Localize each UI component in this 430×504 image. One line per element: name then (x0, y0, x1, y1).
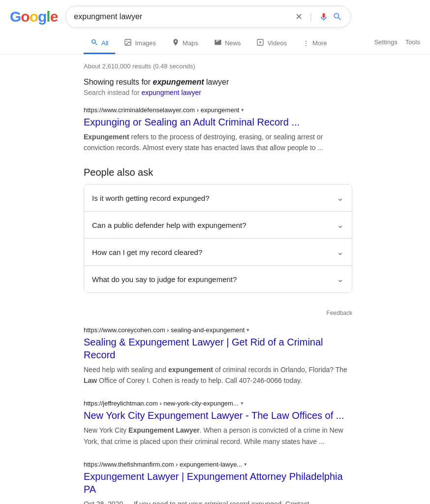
feedback-link[interactable]: Feedback (326, 310, 352, 316)
paa-question-text-1: Is it worth getting record expunged? (92, 194, 209, 202)
logo-e: e (50, 8, 58, 25)
maps-icon (172, 38, 180, 48)
corrected-bold: expungement (153, 78, 204, 86)
corrected-rest: lawyer (204, 78, 229, 86)
showing-prefix: Showing results for (84, 78, 153, 86)
all-icon (91, 38, 98, 48)
paa-question-text-2: Can a public defender help with expungem… (92, 221, 246, 229)
tab-more-label: More (312, 39, 327, 47)
tab-maps-label: Maps (183, 39, 198, 47)
result-url-3: https://jeffreylichtman.com › new-york-c… (84, 400, 352, 407)
result-url-dropdown-4[interactable]: ▾ (244, 461, 247, 468)
feedback-row: Feedback (84, 307, 352, 326)
clear-icon[interactable]: ✕ (295, 11, 303, 22)
snippet-text-4a: Oct 28, 2020 — If you need to get your c… (84, 500, 309, 504)
tab-all[interactable]: All (84, 33, 115, 54)
paa-chevron-2: ⌄ (337, 220, 344, 230)
tab-all-label: All (101, 39, 108, 47)
result-snippet-3: New York City Expungement Lawyer. When a… (84, 425, 352, 446)
result-item-1: https://www.criminaldefenselawyer.com › … (84, 106, 352, 153)
result-item-4: https://www.thefishmanfirm.com › expunge… (84, 461, 352, 504)
result-item-3: https://jeffreylichtman.com › new-york-c… (84, 400, 352, 446)
result-url-dropdown-2[interactable]: ▾ (246, 327, 249, 333)
svg-marker-3 (260, 41, 262, 43)
news-icon (214, 38, 222, 48)
snippet-bold-1: Expungement (84, 133, 129, 141)
paa-question-text-4: What do you say to judge for expungement… (92, 275, 237, 284)
result-item-2: https://www.coreycohen.com › sealing-and… (84, 326, 352, 386)
nav-settings: Settings Tools (374, 38, 430, 50)
paa-title: People also ask (84, 167, 352, 178)
svg-point-1 (126, 41, 127, 42)
people-also-ask: People also ask Is it worth getting reco… (84, 167, 352, 293)
snippet-text-2b: of criminal records in Orlando, Florida?… (213, 366, 347, 374)
paa-questions-container: Is it worth getting record expunged? ⌄ C… (84, 184, 352, 293)
paa-question-3[interactable]: How can I get my record cleared? ⌄ (84, 239, 352, 266)
google-logo: Google (10, 8, 58, 25)
result-url-2: https://www.coreycohen.com › sealing-and… (84, 326, 352, 334)
paa-question-2[interactable]: Can a public defender help with expungem… (84, 212, 352, 239)
snippet-text-2c: Office of Corey I. Cohen is ready to hel… (97, 377, 302, 384)
search-icon[interactable] (333, 12, 342, 22)
search-input[interactable] (74, 12, 291, 21)
paa-question-1[interactable]: Is it worth getting record expunged? ⌄ (84, 185, 352, 212)
tab-more[interactable]: ⋮ More (296, 34, 334, 54)
showing-results: Showing results for expungement lawyer (84, 78, 352, 87)
result-url-dropdown-3[interactable]: ▾ (241, 400, 244, 407)
paa-chevron-3: ⌄ (337, 247, 344, 257)
header: Google ✕ | (0, 0, 430, 28)
result-snippet-4: Oct 28, 2020 — If you need to get your c… (84, 499, 352, 504)
search-instead: Search instead for expungment lawyer (84, 89, 352, 96)
result-url-1: https://www.criminaldefenselawyer.com › … (84, 106, 352, 114)
videos-icon (256, 38, 264, 48)
main-content: About 2,610,000 results (0.48 seconds) S… (0, 55, 364, 504)
tab-news[interactable]: News (207, 33, 248, 54)
images-icon (124, 38, 132, 48)
tab-videos[interactable]: Videos (249, 33, 294, 54)
result-url-text-3: https://jeffreylichtman.com › new-york-c… (84, 400, 239, 407)
result-url-text-2: https://www.coreycohen.com › sealing-and… (84, 326, 245, 334)
result-url-text-4: https://www.thefishmanfirm.com › expunge… (84, 461, 242, 468)
instead-prefix: Search instead for (84, 89, 142, 96)
logo-o1: o (21, 8, 29, 25)
result-url-text-1: https://www.criminaldefenselawyer.com › … (84, 106, 239, 114)
logo-o2: o (30, 8, 38, 25)
result-url-4: https://www.thefishmanfirm.com › expunge… (84, 461, 352, 468)
logo-g2: g (38, 8, 46, 25)
more-icon: ⋮ (303, 39, 309, 47)
results-info: About 2,610,000 results (0.48 seconds) (84, 63, 352, 70)
result-title-1[interactable]: Expunging or Sealing an Adult Criminal R… (84, 116, 352, 128)
tools-link[interactable]: Tools (405, 38, 420, 46)
tab-images-label: Images (135, 39, 156, 47)
result-title-4[interactable]: Expungement Lawyer | Expungement Attorne… (84, 470, 352, 496)
instead-link[interactable]: expungment lawyer (142, 89, 201, 96)
logo-g: G (10, 8, 21, 25)
settings-link[interactable]: Settings (374, 38, 398, 46)
snippet-bold-2b: Law (84, 377, 97, 384)
nav-tabs: All Images Maps News Videos ⋮ More Setti… (0, 30, 430, 55)
snippet-text-2a: Need help with sealing and (84, 366, 168, 374)
logo-l: l (46, 8, 50, 25)
tab-images[interactable]: Images (117, 33, 163, 54)
paa-chevron-1: ⌄ (337, 192, 344, 203)
tab-news-label: News (225, 39, 241, 47)
tab-maps[interactable]: Maps (165, 33, 205, 54)
result-snippet-2: Need help with sealing and expungement o… (84, 364, 352, 386)
paa-question-4[interactable]: What do you say to judge for expungement… (84, 266, 352, 292)
snippet-bold-2a: expungement (168, 366, 213, 374)
divider: | (309, 11, 312, 23)
correction-block: Showing results for expungement lawyer S… (84, 78, 352, 96)
result-title-2[interactable]: Sealing & Expungement Lawyer | Get Rid o… (84, 336, 352, 361)
tab-videos-label: Videos (267, 39, 287, 47)
result-snippet-1: Expungement refers to the process of des… (84, 131, 352, 153)
mic-icon[interactable] (319, 12, 329, 22)
snippet-text-3a: New York City (84, 426, 128, 434)
result-url-dropdown-1[interactable]: ▾ (241, 107, 244, 113)
snippet-bold-3a: Expungement Lawyer (128, 426, 200, 434)
result-title-3[interactable]: New York City Expungement Lawyer - The L… (84, 409, 352, 422)
paa-chevron-4: ⌄ (337, 274, 344, 284)
search-box[interactable]: ✕ | (65, 6, 351, 28)
paa-question-text-3: How can I get my record cleared? (92, 248, 202, 256)
